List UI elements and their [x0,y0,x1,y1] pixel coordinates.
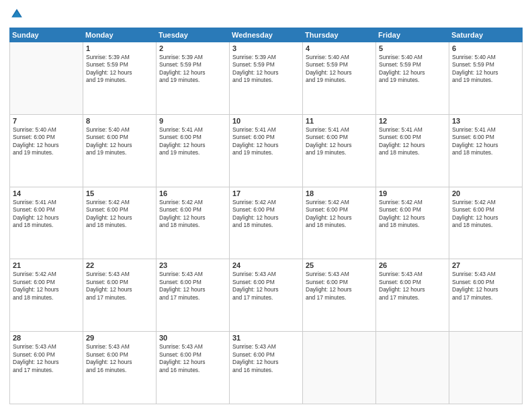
day-number: 9 [159,117,226,125]
day-header-saturday: Saturday [449,28,523,42]
day-number: 17 [232,189,300,197]
day-number: 14 [13,189,80,197]
day-number: 7 [13,117,80,125]
day-number: 30 [159,334,226,342]
day-number: 8 [86,117,153,125]
day-info: Sunrise: 5:42 AMSunset: 6:00 PMDaylight:… [86,199,153,230]
logo [9,7,26,21]
day-info: Sunrise: 5:39 AMSunset: 5:59 PMDaylight:… [159,54,226,85]
day-number: 27 [452,261,519,269]
day-info: Sunrise: 5:43 AMSunset: 6:00 PMDaylight:… [159,271,226,302]
day-info: Sunrise: 5:40 AMSunset: 6:00 PMDaylight:… [13,126,80,157]
day-number: 1 [86,44,153,52]
week-row-5: 28Sunrise: 5:43 AMSunset: 6:00 PMDayligh… [10,332,523,404]
header [9,7,523,21]
day-info: Sunrise: 5:42 AMSunset: 6:00 PMDaylight:… [159,199,226,230]
day-info: Sunrise: 5:42 AMSunset: 6:00 PMDaylight:… [452,199,519,230]
calendar-cell: 28Sunrise: 5:43 AMSunset: 6:00 PMDayligh… [10,332,83,404]
day-number: 31 [232,334,300,342]
calendar-cell: 7Sunrise: 5:40 AMSunset: 6:00 PMDaylight… [10,114,83,187]
calendar-cell: 22Sunrise: 5:43 AMSunset: 6:00 PMDayligh… [83,259,157,332]
day-number: 13 [452,117,519,125]
day-number: 29 [86,334,153,342]
calendar-cell: 25Sunrise: 5:43 AMSunset: 6:00 PMDayligh… [303,259,376,332]
calendar-cell: 14Sunrise: 5:41 AMSunset: 6:00 PMDayligh… [10,187,83,259]
calendar-cell: 21Sunrise: 5:42 AMSunset: 6:00 PMDayligh… [10,259,83,332]
calendar-cell: 8Sunrise: 5:40 AMSunset: 6:00 PMDaylight… [83,114,157,187]
day-info: Sunrise: 5:41 AMSunset: 6:00 PMDaylight:… [379,126,446,157]
calendar-cell: 5Sunrise: 5:40 AMSunset: 5:59 PMDaylight… [376,42,449,115]
calendar-body: 1Sunrise: 5:39 AMSunset: 5:59 PMDaylight… [10,42,523,404]
calendar-cell: 2Sunrise: 5:39 AMSunset: 5:59 PMDaylight… [157,42,230,115]
day-number: 15 [86,189,153,197]
day-header-wednesday: Wednesday [230,28,303,42]
day-header-sunday: Sunday [10,28,83,42]
day-info: Sunrise: 5:43 AMSunset: 6:00 PMDaylight:… [86,343,153,374]
calendar-cell: 13Sunrise: 5:41 AMSunset: 6:00 PMDayligh… [449,114,523,187]
header-row: SundayMondayTuesdayWednesdayThursdayFrid… [10,28,523,42]
day-info: Sunrise: 5:43 AMSunset: 6:00 PMDaylight:… [232,271,300,302]
day-info: Sunrise: 5:40 AMSunset: 5:59 PMDaylight:… [379,54,446,85]
page: SundayMondayTuesdayWednesdayThursdayFrid… [0,0,532,411]
day-info: Sunrise: 5:41 AMSunset: 6:00 PMDaylight:… [232,126,300,157]
day-number: 6 [452,44,519,52]
calendar-cell: 1Sunrise: 5:39 AMSunset: 5:59 PMDaylight… [83,42,157,115]
day-number: 10 [232,117,300,125]
day-info: Sunrise: 5:39 AMSunset: 5:59 PMDaylight:… [232,54,300,85]
calendar-cell: 9Sunrise: 5:41 AMSunset: 6:00 PMDaylight… [157,114,230,187]
day-info: Sunrise: 5:43 AMSunset: 6:00 PMDaylight:… [306,271,373,302]
day-info: Sunrise: 5:43 AMSunset: 6:00 PMDaylight:… [232,343,300,374]
calendar-cell: 11Sunrise: 5:41 AMSunset: 6:00 PMDayligh… [303,114,376,187]
day-info: Sunrise: 5:42 AMSunset: 6:00 PMDaylight:… [13,271,80,302]
day-number: 24 [232,261,300,269]
calendar-cell [376,332,449,404]
day-number: 2 [159,44,226,52]
week-row-4: 21Sunrise: 5:42 AMSunset: 6:00 PMDayligh… [10,259,523,332]
week-row-2: 7Sunrise: 5:40 AMSunset: 6:00 PMDaylight… [10,114,523,187]
day-number: 16 [159,189,226,197]
calendar-cell: 27Sunrise: 5:43 AMSunset: 6:00 PMDayligh… [449,259,523,332]
logo-icon [9,7,24,21]
calendar-cell: 26Sunrise: 5:43 AMSunset: 6:00 PMDayligh… [376,259,449,332]
calendar-cell: 18Sunrise: 5:42 AMSunset: 6:00 PMDayligh… [303,187,376,259]
calendar-table: SundayMondayTuesdayWednesdayThursdayFrid… [9,28,523,404]
calendar-cell: 30Sunrise: 5:43 AMSunset: 6:00 PMDayligh… [157,332,230,404]
day-header-tuesday: Tuesday [157,28,230,42]
calendar-cell: 17Sunrise: 5:42 AMSunset: 6:00 PMDayligh… [230,187,303,259]
calendar-cell: 24Sunrise: 5:43 AMSunset: 6:00 PMDayligh… [230,259,303,332]
day-info: Sunrise: 5:40 AMSunset: 5:59 PMDaylight:… [306,54,373,85]
day-info: Sunrise: 5:40 AMSunset: 6:00 PMDaylight:… [86,126,153,157]
day-number: 11 [306,117,373,125]
day-info: Sunrise: 5:42 AMSunset: 6:00 PMDaylight:… [379,199,446,230]
day-info: Sunrise: 5:41 AMSunset: 6:00 PMDaylight:… [452,126,519,157]
calendar-cell: 19Sunrise: 5:42 AMSunset: 6:00 PMDayligh… [376,187,449,259]
calendar-cell: 3Sunrise: 5:39 AMSunset: 5:59 PMDaylight… [230,42,303,115]
calendar-cell: 12Sunrise: 5:41 AMSunset: 6:00 PMDayligh… [376,114,449,187]
day-info: Sunrise: 5:42 AMSunset: 6:00 PMDaylight:… [232,199,300,230]
calendar-cell: 6Sunrise: 5:40 AMSunset: 5:59 PMDaylight… [449,42,523,115]
day-number: 5 [379,44,446,52]
day-info: Sunrise: 5:43 AMSunset: 6:00 PMDaylight:… [379,271,446,302]
day-info: Sunrise: 5:41 AMSunset: 6:00 PMDaylight:… [159,126,226,157]
day-header-monday: Monday [83,28,157,42]
day-number: 28 [13,334,80,342]
day-number: 4 [306,44,373,52]
day-number: 26 [379,261,446,269]
day-header-thursday: Thursday [303,28,376,42]
day-info: Sunrise: 5:42 AMSunset: 6:00 PMDaylight:… [306,199,373,230]
day-info: Sunrise: 5:43 AMSunset: 6:00 PMDaylight:… [13,343,80,374]
calendar-cell: 20Sunrise: 5:42 AMSunset: 6:00 PMDayligh… [449,187,523,259]
day-info: Sunrise: 5:43 AMSunset: 6:00 PMDaylight:… [86,271,153,302]
day-number: 20 [452,189,519,197]
calendar-cell: 16Sunrise: 5:42 AMSunset: 6:00 PMDayligh… [157,187,230,259]
day-number: 3 [232,44,300,52]
day-number: 23 [159,261,226,269]
calendar-cell: 29Sunrise: 5:43 AMSunset: 6:00 PMDayligh… [83,332,157,404]
day-info: Sunrise: 5:41 AMSunset: 6:00 PMDaylight:… [13,199,80,230]
day-number: 22 [86,261,153,269]
calendar-cell [449,332,523,404]
calendar-cell: 4Sunrise: 5:40 AMSunset: 5:59 PMDaylight… [303,42,376,115]
calendar-cell [303,332,376,404]
week-row-1: 1Sunrise: 5:39 AMSunset: 5:59 PMDaylight… [10,42,523,115]
day-number: 18 [306,189,373,197]
